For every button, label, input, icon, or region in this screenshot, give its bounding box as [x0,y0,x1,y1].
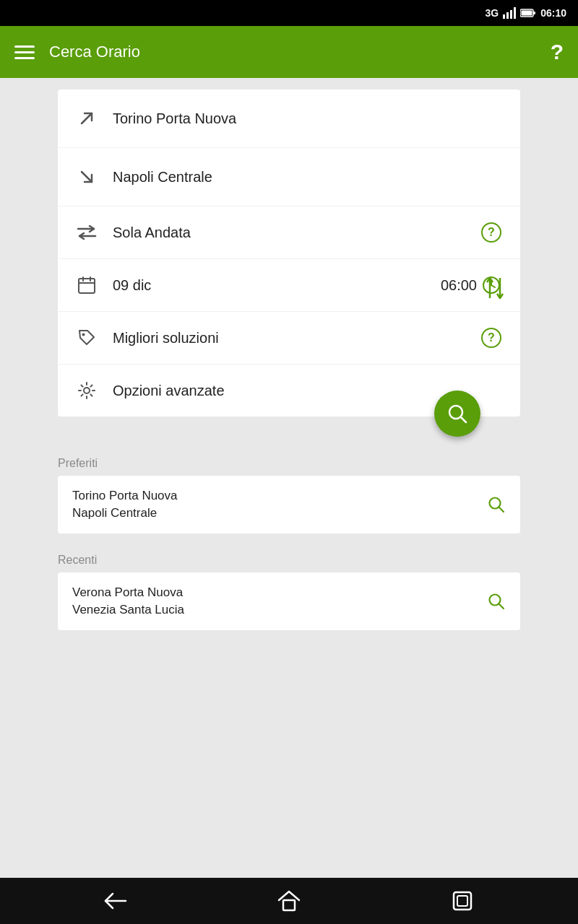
arrow-down-right-icon [77,167,96,186]
origin-row[interactable]: Torino Porta Nuova [58,90,520,148]
recents-item-text: Verona Porta Nuova Venezia Santa Lucia [72,585,487,617]
recents-item-1[interactable]: Verona Porta Nuova Venezia Santa Lucia [58,572,520,630]
recents-nav-button[interactable] [441,886,484,915]
trip-type-icon [72,218,101,247]
svg-rect-5 [533,12,535,14]
svg-rect-27 [457,896,467,906]
exchange-icon [77,225,97,240]
date-row[interactable]: 09 dic 06:00 [58,259,520,312]
svg-line-7 [82,113,92,123]
trip-type-help-button[interactable]: ? [477,218,506,247]
search-fab-button[interactable] [434,391,480,437]
date-value[interactable]: 09 dic [113,277,429,294]
time-value[interactable]: 06:00 [441,277,477,294]
gear-icon [77,381,96,400]
svg-rect-25 [283,900,295,910]
app-title: Cerca Orario [49,43,536,61]
recents-square-icon [452,891,473,911]
bottom-nav-bar [0,878,578,924]
favorites-item-1[interactable]: Torino Porta Nuova Napoli Centrale [58,476,520,533]
svg-rect-2 [510,10,512,19]
solutions-icon [72,323,101,352]
trip-type-help-icon: ? [481,222,501,243]
back-arrow-icon [103,891,129,911]
origin-icon [72,104,101,133]
app-bar: Cerca Orario ? [0,26,578,78]
tag-icon [77,328,96,347]
recents-item-line2: Venezia Santa Lucia [72,603,487,617]
swap-button[interactable] [484,275,506,301]
back-button[interactable] [94,886,137,915]
svg-line-23 [499,604,504,609]
recents-card: Verona Porta Nuova Venezia Santa Lucia [58,572,520,630]
home-icon [277,890,301,912]
status-bar: 3G 06:10 [0,0,578,26]
svg-rect-3 [514,7,516,19]
home-button[interactable] [267,886,311,915]
svg-rect-1 [506,12,509,19]
solutions-help-button[interactable]: ? [477,323,506,352]
favorites-item-line1: Torino Porta Nuova [72,489,487,503]
favorites-search-icon [487,495,506,514]
signal-bars-icon [503,7,516,19]
time-display: 06:10 [540,7,566,19]
hamburger-menu-button[interactable] [14,45,35,59]
svg-rect-26 [454,892,471,910]
favorites-card: Torino Porta Nuova Napoli Centrale [58,476,520,533]
help-button[interactable]: ? [551,40,564,64]
main-content: Torino Porta Nuova [0,78,578,878]
origin-label[interactable]: Torino Porta Nuova [113,110,506,127]
solutions-label[interactable]: Migliori soluzioni [113,330,477,346]
svg-point-17 [84,388,90,393]
svg-line-21 [499,507,504,513]
recents-search-button[interactable] [487,592,506,611]
status-icons: 3G 06:10 [486,7,567,19]
recents-section-label: Recenti [58,542,520,572]
favorites-item-line2: Napoli Centrale [72,506,487,520]
trip-type-label[interactable]: Sola Andata [113,225,477,241]
svg-rect-9 [79,279,95,293]
search-form-card: Torino Porta Nuova [58,90,520,417]
signal-indicator: 3G [486,7,499,19]
settings-icon [72,376,101,405]
battery-icon [520,8,536,18]
svg-line-8 [82,172,92,182]
calendar-icon [72,271,101,300]
solutions-help-icon: ? [481,328,501,348]
favorites-item-text: Torino Porta Nuova Napoli Centrale [72,489,487,520]
destination-label[interactable]: Napoli Centrale [113,169,506,186]
svg-rect-0 [503,14,505,19]
calendar-svg-icon [77,276,96,295]
svg-rect-6 [522,11,532,16]
solutions-row[interactable]: Migliori soluzioni ? [58,312,520,365]
favorites-search-button[interactable] [487,495,506,514]
svg-point-16 [82,334,85,336]
trip-type-row[interactable]: Sola Andata ? [58,206,520,259]
recents-item-line1: Verona Porta Nuova [72,585,487,600]
arrow-up-right-icon [77,109,96,128]
destination-row[interactable]: Napoli Centrale [58,148,520,206]
search-fab-icon [447,403,468,424]
favorites-section-label: Preferiti [58,445,520,476]
destination-icon [72,162,101,191]
swap-vertical-icon [484,275,506,301]
svg-line-19 [461,417,467,423]
recents-search-icon [487,592,506,611]
